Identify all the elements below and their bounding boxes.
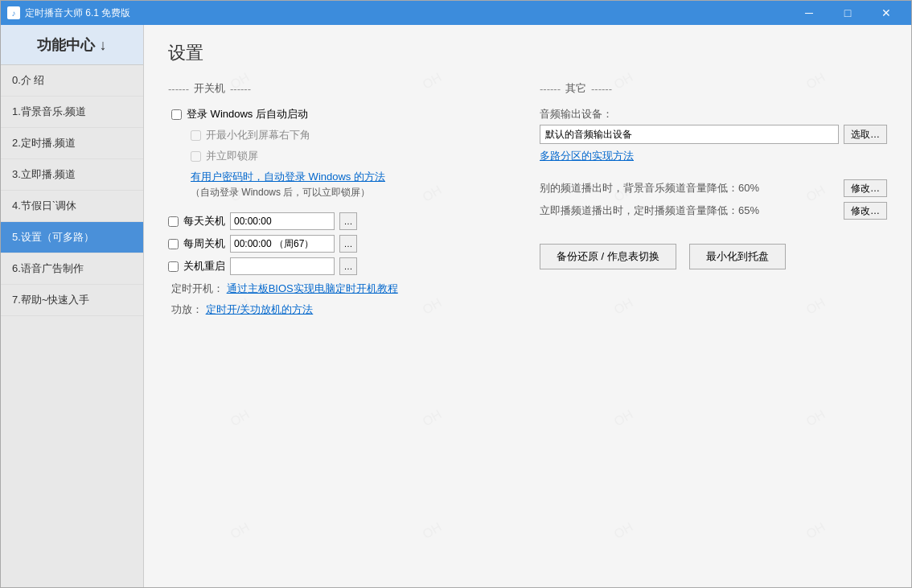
volume1-row: 别的频道播出时，背景音乐频道音量降低：60% 修改… [540, 179, 887, 197]
auto-login-checkbox[interactable] [171, 109, 182, 120]
weekly-shutdown-btn[interactable]: … [339, 235, 357, 253]
audio-device-label: 音频输出设备： [540, 107, 887, 121]
daily-shutdown-label: 每天关机 [183, 214, 225, 228]
volume2-label: 立即播频道播出时，定时播频道音量降低：65% [540, 204, 837, 218]
sidebar: 功能中心 ↓ 0.介 绍 1.背景音乐.频道 2.定时播.频道 3.立即播.频道… [1, 25, 144, 587]
volume2-row: 立即播频道播出时，定时播频道音量降低：65% 修改… [540, 202, 887, 220]
weekly-shutdown-label: 每周关机 [183, 236, 225, 251]
window-controls: ─ □ ✕ [791, 1, 905, 25]
app-icon: ♪ [7, 6, 20, 19]
minimize-button[interactable]: ─ [791, 1, 828, 25]
restart-checkbox[interactable] [168, 261, 179, 272]
timed-on-link1[interactable]: 通过主板BIOS实现电脑定时开机教程 [227, 282, 398, 294]
titlebar: ♪ 定时播音大师 6.1 免费版 ─ □ ✕ [1, 1, 911, 25]
sidebar-item-advoice[interactable]: 6.语音广告制作 [1, 253, 143, 285]
weekly-shutdown-input[interactable] [230, 235, 335, 253]
volume1-label: 别的频道播出时，背景音乐频道音量降低：60% [540, 181, 837, 195]
restart-label: 关机重启 [183, 259, 225, 273]
weekly-shutdown-checkbox[interactable] [168, 239, 179, 249]
auto-login-row: 登录 Windows 后自动启动 [168, 107, 516, 121]
audio-device-row: 选取… [540, 125, 887, 144]
daily-shutdown-checkbox[interactable] [168, 216, 179, 227]
auto-login-link[interactable]: 有用户密码时，自动登录 Windows 的方法 [191, 171, 385, 183]
auto-login-label: 登录 Windows 后自动启动 [187, 107, 308, 121]
left-panel: ------ 开关机 ------ 登录 Windows 后自动启动 开最小化到… [168, 81, 516, 317]
daily-shutdown-row: 每天关机 … [168, 212, 516, 230]
sidebar-item-bg-music[interactable]: 1.背景音乐.频道 [1, 97, 143, 128]
left-section-header: ------ 开关机 ------ [168, 81, 516, 96]
titlebar-left: ♪ 定时播音大师 6.1 免费版 [7, 6, 130, 20]
daily-shutdown-input[interactable] [230, 212, 335, 230]
app-title: 定时播音大师 6.1 免费版 [25, 6, 130, 20]
backup-button[interactable]: 备份还原 / 作息表切换 [540, 244, 676, 269]
lock-checkbox[interactable] [191, 151, 201, 162]
minimize-tray-button[interactable]: 最小化到托盘 [689, 244, 786, 269]
sidebar-item-settings[interactable]: 5.设置（可多路） [1, 222, 143, 253]
main-window: ♪ 定时播音大师 6.1 免费版 ─ □ ✕ 功能中心 ↓ 0.介 绍 1.背景… [0, 0, 912, 588]
main-content: 功能中心 ↓ 0.介 绍 1.背景音乐.频道 2.定时播.频道 3.立即播.频道… [1, 25, 911, 587]
schedule-rows: 每天关机 … 每周关机 … 关机重启 [168, 212, 516, 275]
sidebar-header: 功能中心 ↓ [1, 25, 143, 65]
content-area: OH OH OH OH OH OH OH OH OH OH OH OH OH O… [144, 25, 911, 587]
weekly-shutdown-row: 每周关机 … [168, 235, 516, 253]
lock-row: 并立即锁屏 [168, 149, 516, 163]
link-row: 有用户密码时，自动登录 Windows 的方法 [168, 170, 516, 184]
right-panel: ------ 其它 ------ 音频输出设备： 选取… 多路分区的实现方法 [540, 81, 887, 317]
volume2-modify-button[interactable]: 修改… [844, 202, 887, 220]
sidebar-item-timed[interactable]: 2.定时播.频道 [1, 128, 143, 159]
page-title: 设置 [168, 41, 887, 65]
volume-section: 别的频道播出时，背景音乐频道音量降低：60% 修改… 立即播频道播出时，定时播频… [540, 179, 887, 220]
maximize-button[interactable]: □ [829, 1, 866, 25]
lock-label: 并立即锁屏 [206, 149, 258, 163]
daily-shutdown-btn[interactable]: … [339, 212, 357, 230]
multi-channel-row: 多路分区的实现方法 [540, 149, 887, 163]
timed-on-row2: 功放： 定时开/关功放机的方法 [168, 302, 516, 317]
select-device-button[interactable]: 选取… [844, 125, 887, 144]
volume1-modify-button[interactable]: 修改… [844, 179, 887, 197]
multi-channel-link[interactable]: 多路分区的实现方法 [540, 150, 634, 162]
minimize-row: 开最小化到屏幕右下角 [168, 128, 516, 142]
right-section-header: ------ 其它 ------ [540, 81, 887, 96]
close-button[interactable]: ✕ [868, 1, 905, 25]
restart-btn[interactable]: … [339, 257, 357, 275]
timed-on-link2[interactable]: 定时开/关功放机的方法 [206, 303, 314, 315]
sidebar-item-instant[interactable]: 3.立即播.频道 [1, 159, 143, 191]
timed-on-row1: 定时开机： 通过主板BIOS实现电脑定时开机教程 [168, 282, 516, 296]
link-note: （自动登录 Windows 后，可以立即锁屏） [168, 186, 516, 199]
minimize-checkbox[interactable] [191, 130, 201, 141]
restart-row: 关机重启 … [168, 257, 516, 275]
bottom-buttons: 备份还原 / 作息表切换 最小化到托盘 [540, 244, 887, 269]
restart-input[interactable] [230, 257, 335, 275]
audio-device-input[interactable] [540, 125, 839, 144]
content-grid: ------ 开关机 ------ 登录 Windows 后自动启动 开最小化到… [168, 81, 887, 317]
sidebar-item-intro[interactable]: 0.介 绍 [1, 65, 143, 97]
minimize-label: 开最小化到屏幕右下角 [206, 128, 310, 142]
sidebar-item-help[interactable]: 7.帮助~快速入手 [1, 285, 143, 316]
sidebar-item-holiday[interactable]: 4.节假日`调休 [1, 191, 143, 222]
audio-device-section: 音频输出设备： 选取… 多路分区的实现方法 [540, 107, 887, 163]
